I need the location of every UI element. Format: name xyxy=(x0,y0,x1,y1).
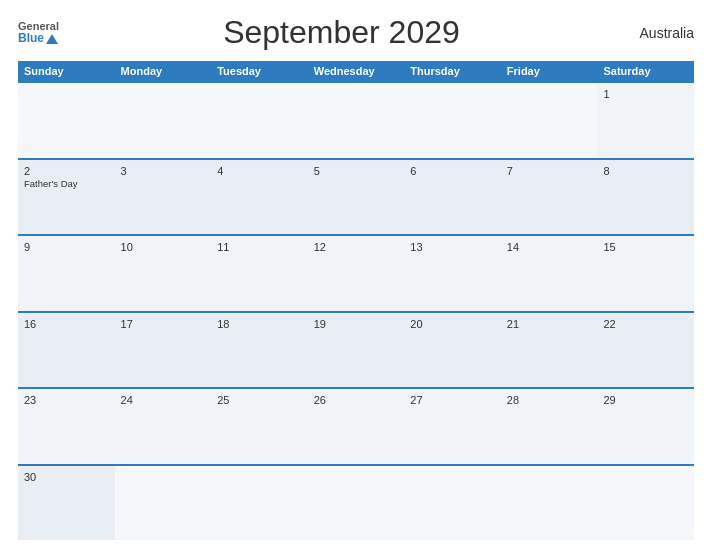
day-number: 21 xyxy=(507,318,592,330)
header-saturday: Saturday xyxy=(597,61,694,81)
calendar-cell-r2-c4: 13 xyxy=(404,236,501,311)
day-event: Father's Day xyxy=(24,178,109,189)
calendar-cell-r0-c3 xyxy=(308,83,405,158)
calendar: Sunday Monday Tuesday Wednesday Thursday… xyxy=(18,61,694,540)
day-number: 5 xyxy=(314,165,399,177)
day-number: 2 xyxy=(24,165,109,177)
calendar-cell-r4-c3: 26 xyxy=(308,389,405,464)
calendar-cell-r2-c6: 15 xyxy=(597,236,694,311)
logo: General Blue xyxy=(18,20,59,45)
calendar-row-2: 9101112131415 xyxy=(18,234,694,311)
calendar-cell-r0-c5 xyxy=(501,83,598,158)
day-number: 19 xyxy=(314,318,399,330)
calendar-cell-r0-c6: 1 xyxy=(597,83,694,158)
day-number: 9 xyxy=(24,241,109,253)
calendar-cell-r0-c4 xyxy=(404,83,501,158)
day-number: 16 xyxy=(24,318,109,330)
calendar-header: Sunday Monday Tuesday Wednesday Thursday… xyxy=(18,61,694,81)
day-number: 12 xyxy=(314,241,399,253)
calendar-cell-r0-c2 xyxy=(211,83,308,158)
day-number: 11 xyxy=(217,241,302,253)
calendar-cell-r4-c4: 27 xyxy=(404,389,501,464)
header-thursday: Thursday xyxy=(404,61,501,81)
day-number: 17 xyxy=(121,318,206,330)
calendar-cell-r5-c3 xyxy=(308,466,405,541)
calendar-cell-r5-c0: 30 xyxy=(18,466,115,541)
calendar-cell-r3-c0: 16 xyxy=(18,313,115,388)
calendar-row-1: 2Father's Day345678 xyxy=(18,158,694,235)
day-number: 27 xyxy=(410,394,495,406)
calendar-cell-r1-c4: 6 xyxy=(404,160,501,235)
page: General Blue September 2029 Australia Su… xyxy=(0,0,712,550)
calendar-cell-r3-c3: 19 xyxy=(308,313,405,388)
calendar-cell-r4-c1: 24 xyxy=(115,389,212,464)
day-number: 13 xyxy=(410,241,495,253)
day-number: 26 xyxy=(314,394,399,406)
calendar-cell-r2-c5: 14 xyxy=(501,236,598,311)
calendar-cell-r2-c3: 12 xyxy=(308,236,405,311)
calendar-title: September 2029 xyxy=(59,14,624,51)
calendar-cell-r1-c3: 5 xyxy=(308,160,405,235)
header-monday: Monday xyxy=(115,61,212,81)
calendar-row-4: 23242526272829 xyxy=(18,387,694,464)
calendar-cell-r4-c0: 23 xyxy=(18,389,115,464)
calendar-cell-r3-c2: 18 xyxy=(211,313,308,388)
calendar-cell-r0-c1 xyxy=(115,83,212,158)
day-number: 18 xyxy=(217,318,302,330)
header-wednesday: Wednesday xyxy=(308,61,405,81)
calendar-body: 12Father's Day34567891011121314151617181… xyxy=(18,81,694,540)
calendar-cell-r5-c5 xyxy=(501,466,598,541)
day-number: 15 xyxy=(603,241,688,253)
day-number: 29 xyxy=(603,394,688,406)
day-number: 10 xyxy=(121,241,206,253)
day-number: 22 xyxy=(603,318,688,330)
header-sunday: Sunday xyxy=(18,61,115,81)
day-number: 8 xyxy=(603,165,688,177)
day-number: 25 xyxy=(217,394,302,406)
calendar-cell-r3-c1: 17 xyxy=(115,313,212,388)
day-number: 6 xyxy=(410,165,495,177)
calendar-cell-r0-c0 xyxy=(18,83,115,158)
day-number: 24 xyxy=(121,394,206,406)
calendar-cell-r2-c2: 11 xyxy=(211,236,308,311)
calendar-cell-r4-c6: 29 xyxy=(597,389,694,464)
calendar-cell-r2-c1: 10 xyxy=(115,236,212,311)
calendar-row-0: 1 xyxy=(18,81,694,158)
calendar-cell-r5-c2 xyxy=(211,466,308,541)
day-number: 28 xyxy=(507,394,592,406)
logo-blue-row: Blue xyxy=(18,32,59,45)
header-friday: Friday xyxy=(501,61,598,81)
calendar-row-5: 30 xyxy=(18,464,694,541)
logo-blue-text: Blue xyxy=(18,32,44,45)
day-number: 7 xyxy=(507,165,592,177)
header-tuesday: Tuesday xyxy=(211,61,308,81)
calendar-cell-r1-c2: 4 xyxy=(211,160,308,235)
calendar-cell-r3-c4: 20 xyxy=(404,313,501,388)
calendar-cell-r1-c5: 7 xyxy=(501,160,598,235)
calendar-cell-r5-c1 xyxy=(115,466,212,541)
calendar-cell-r5-c6 xyxy=(597,466,694,541)
calendar-cell-r2-c0: 9 xyxy=(18,236,115,311)
calendar-cell-r3-c6: 22 xyxy=(597,313,694,388)
logo-triangle-icon xyxy=(46,34,58,44)
calendar-cell-r4-c2: 25 xyxy=(211,389,308,464)
calendar-cell-r5-c4 xyxy=(404,466,501,541)
header: General Blue September 2029 Australia xyxy=(18,14,694,51)
calendar-cell-r1-c0: 2Father's Day xyxy=(18,160,115,235)
calendar-cell-r1-c6: 8 xyxy=(597,160,694,235)
calendar-cell-r1-c1: 3 xyxy=(115,160,212,235)
calendar-cell-r3-c5: 21 xyxy=(501,313,598,388)
country-label: Australia xyxy=(624,25,694,41)
calendar-cell-r4-c5: 28 xyxy=(501,389,598,464)
day-number: 23 xyxy=(24,394,109,406)
day-number: 3 xyxy=(121,165,206,177)
day-number: 14 xyxy=(507,241,592,253)
day-number: 30 xyxy=(24,471,109,483)
calendar-row-3: 16171819202122 xyxy=(18,311,694,388)
day-number: 20 xyxy=(410,318,495,330)
day-number: 4 xyxy=(217,165,302,177)
day-number: 1 xyxy=(603,88,688,100)
